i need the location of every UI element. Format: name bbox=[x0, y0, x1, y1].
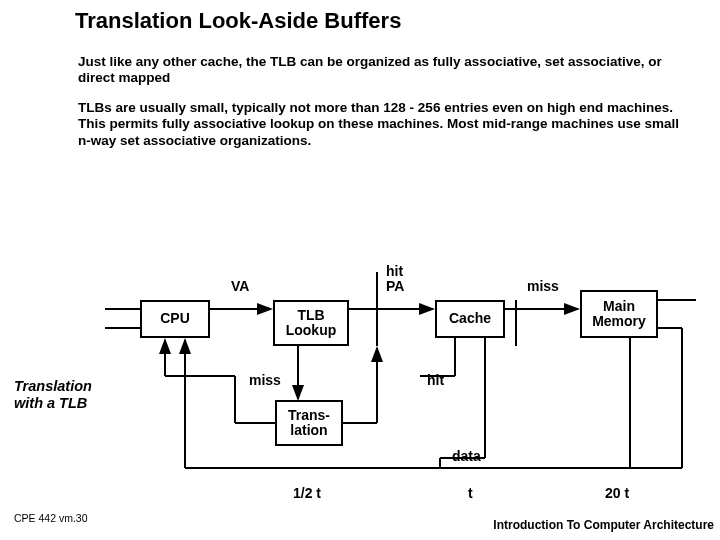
footer-right: Introduction To Computer Architecture bbox=[493, 518, 714, 532]
diagram-lines bbox=[0, 0, 720, 540]
tlb-diagram: CPU TLBLookup Cache MainMemory Trans-lat… bbox=[0, 0, 720, 540]
footer-left: CPE 442 vm.30 bbox=[14, 512, 88, 524]
